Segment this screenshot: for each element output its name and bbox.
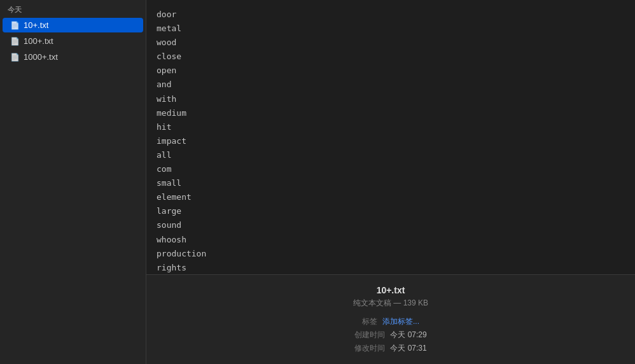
text-content[interactable]: doormetalwoodcloseopenandwithmediumhitim…: [146, 0, 635, 274]
text-line: whoosh: [157, 233, 625, 247]
modified-value: 今天 07:31: [390, 343, 426, 354]
text-line: impact: [157, 134, 625, 148]
text-line: rights: [157, 261, 625, 274]
sidebar-item-file-100[interactable]: 📄 100+.txt: [3, 34, 143, 48]
text-line: large: [157, 204, 625, 218]
text-line: wood: [157, 36, 625, 50]
sidebar-section-header: 今天: [0, 0, 146, 17]
info-type: 纯文本文稿 — 139 KB: [159, 298, 622, 309]
text-line: open: [157, 64, 625, 78]
sidebar-item-label: 100+.txt: [24, 36, 53, 46]
text-line: with: [157, 92, 625, 106]
text-line: com: [157, 162, 625, 176]
text-line: medium: [157, 106, 625, 120]
tags-label: 标签: [362, 316, 377, 327]
sidebar: 今天 📄 10+.txt 📄 100+.txt 📄 1000+.txt: [0, 0, 146, 364]
text-line: hit: [157, 120, 625, 134]
content-area: doormetalwoodcloseopenandwithmediumhitim…: [146, 0, 635, 364]
file-icon: 📄: [10, 37, 20, 46]
info-filename: 10+.txt: [159, 285, 622, 295]
text-line: and: [157, 78, 625, 92]
file-icon: 📄: [10, 21, 20, 30]
main-container: 今天 📄 10+.txt 📄 100+.txt 📄 1000+.txt door…: [0, 0, 635, 364]
text-line: metal: [157, 22, 625, 36]
text-line: small: [157, 176, 625, 190]
file-icon: 📄: [10, 53, 20, 62]
text-line: door: [157, 8, 625, 22]
sidebar-item-label: 10+.txt: [24, 20, 48, 30]
created-label: 创建时间: [354, 330, 385, 340]
info-meta: 标签 添加标签... 创建时间 今天 07:29 修改时间 今天 07:31: [159, 316, 622, 354]
text-line: element: [157, 190, 625, 204]
text-line: all: [157, 148, 625, 162]
sidebar-item-label: 1000+.txt: [24, 52, 58, 62]
created-value: 今天 07:29: [390, 330, 426, 340]
add-tag-button[interactable]: 添加标签...: [382, 316, 419, 327]
modified-row: 修改时间 今天 07:31: [354, 343, 426, 354]
info-tags-row: 标签 添加标签...: [362, 316, 419, 327]
created-row: 创建时间 今天 07:29: [354, 330, 426, 340]
text-line: close: [157, 50, 625, 64]
sidebar-item-file-1000[interactable]: 📄 1000+.txt: [3, 50, 143, 64]
modified-label: 修改时间: [354, 343, 385, 354]
sidebar-item-file-10[interactable]: 📄 10+.txt: [3, 18, 143, 32]
text-line: sound: [157, 218, 625, 232]
info-panel: 10+.txt 纯文本文稿 — 139 KB 标签 添加标签... 创建时间 今…: [146, 274, 635, 364]
text-line: production: [157, 247, 625, 261]
